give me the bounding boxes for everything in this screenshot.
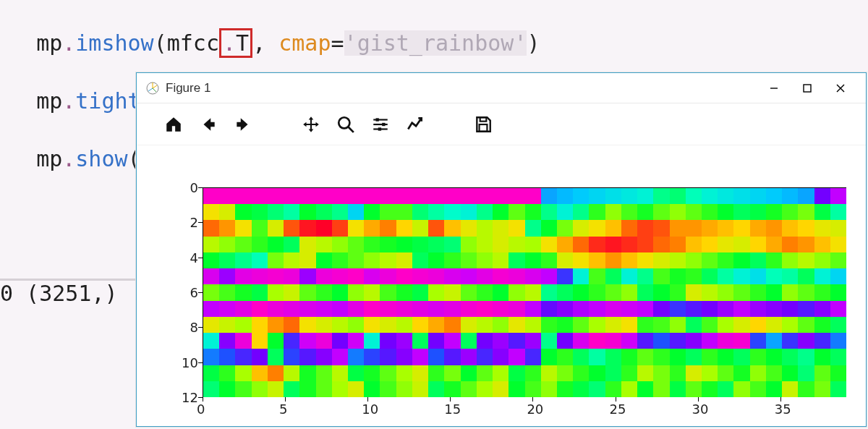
heatmap-plot[interactable] <box>203 187 846 397</box>
home-icon[interactable] <box>163 114 184 135</box>
heatmap-cell <box>557 381 573 397</box>
pan-icon[interactable] <box>300 114 322 135</box>
heatmap-cell <box>493 237 509 252</box>
heatmap-cell <box>444 301 460 317</box>
heatmap-cell <box>798 365 814 381</box>
heatmap-cell <box>525 188 541 204</box>
heatmap-cell <box>733 301 749 317</box>
heatmap-cell <box>461 365 477 381</box>
heatmap-cell <box>573 268 589 284</box>
heatmap-cell <box>541 204 557 220</box>
heatmap-cell <box>477 188 493 204</box>
heatmap-cell <box>348 333 364 349</box>
heatmap-cell <box>348 220 364 236</box>
heatmap-cell <box>830 284 846 300</box>
heatmap-cell <box>702 365 718 381</box>
heatmap-cell <box>509 284 524 300</box>
heatmap-cell <box>750 252 766 268</box>
heatmap-cell <box>252 381 268 397</box>
heatmap-cell <box>621 188 637 204</box>
heatmap-cell <box>493 317 509 333</box>
heatmap-cell <box>830 237 846 252</box>
heatmap-cell <box>235 252 251 268</box>
heatmap-cell <box>621 381 637 397</box>
heatmap-cell <box>380 220 396 236</box>
heatmap-cell <box>509 365 524 381</box>
heatmap-cell <box>412 301 428 317</box>
heatmap-cell <box>299 317 315 333</box>
back-icon[interactable] <box>197 114 219 135</box>
y-tick-label: 6 <box>181 285 198 300</box>
heatmap-cell <box>461 220 477 236</box>
forward-icon[interactable] <box>232 114 254 135</box>
heatmap-cell <box>814 284 830 300</box>
minimize-button[interactable] <box>757 74 791 103</box>
heatmap-cell <box>814 252 830 268</box>
heatmap-cell <box>589 220 605 236</box>
heatmap-cell <box>798 204 814 220</box>
heatmap-cell <box>235 381 251 397</box>
heatmap-cell <box>782 381 798 397</box>
heatmap-cell <box>348 188 364 204</box>
output-line: 0 (3251,) <box>0 281 118 306</box>
heatmap-cell <box>702 188 718 204</box>
heatmap-cell <box>316 381 332 397</box>
heatmap-cell <box>621 204 637 220</box>
heatmap-cell <box>396 381 412 397</box>
heatmap-cell <box>219 317 235 333</box>
svg-rect-16 <box>480 124 488 132</box>
heatmap-cell <box>461 317 477 333</box>
heatmap-cell <box>268 188 284 204</box>
heatmap-cell <box>798 252 814 268</box>
heatmap-cell <box>203 349 219 365</box>
heatmap-cell <box>718 349 733 365</box>
heatmap-cell <box>653 284 669 300</box>
heatmap-cell <box>605 268 621 284</box>
heatmap-cell <box>686 381 702 397</box>
heatmap-cell <box>268 381 284 397</box>
heatmap-cell <box>573 349 589 365</box>
heatmap-cell <box>268 252 284 268</box>
heatmap-cell <box>219 349 235 365</box>
heatmap-cell <box>461 349 477 365</box>
heatmap-cell <box>686 365 702 381</box>
configure-icon[interactable] <box>370 114 391 135</box>
heatmap-cell <box>605 204 621 220</box>
heatmap-cell <box>766 301 782 317</box>
heatmap-cell <box>733 317 749 333</box>
heatmap-cell <box>557 284 573 300</box>
heatmap-cell <box>268 204 284 220</box>
heatmap-cell <box>364 365 380 381</box>
heatmap-cell <box>412 220 428 236</box>
heatmap-cell <box>766 188 782 204</box>
heatmap-cell <box>203 268 219 284</box>
heatmap-cell <box>782 333 798 349</box>
save-icon[interactable] <box>472 114 494 135</box>
figure-titlebar[interactable]: Figure 1 <box>137 73 866 103</box>
close-button[interactable] <box>824 74 857 103</box>
maximize-button[interactable] <box>791 74 824 103</box>
heatmap-cell <box>332 365 348 381</box>
heatmap-cell <box>766 204 782 220</box>
heatmap-cell <box>830 252 846 268</box>
heatmap-cell <box>444 365 460 381</box>
zoom-icon[interactable] <box>335 114 357 135</box>
heatmap-cell <box>750 268 766 284</box>
heatmap-cell <box>509 188 524 204</box>
heatmap-cell <box>428 333 444 349</box>
heatmap-cell <box>525 333 541 349</box>
heatmap-cell <box>203 333 219 349</box>
heatmap-cell <box>782 237 798 252</box>
heatmap-cell <box>589 268 605 284</box>
subplots-icon[interactable] <box>404 114 426 135</box>
heatmap-cell <box>541 301 557 317</box>
heatmap-cell <box>396 301 412 317</box>
heatmap-cell <box>493 252 509 268</box>
heatmap-cell <box>686 188 702 204</box>
heatmap-cell <box>428 204 444 220</box>
heatmap-cell <box>348 237 364 252</box>
heatmap-cell <box>364 237 380 252</box>
heatmap-cell <box>203 204 219 220</box>
heatmap-cell <box>814 204 830 220</box>
heatmap-cell <box>219 268 235 284</box>
